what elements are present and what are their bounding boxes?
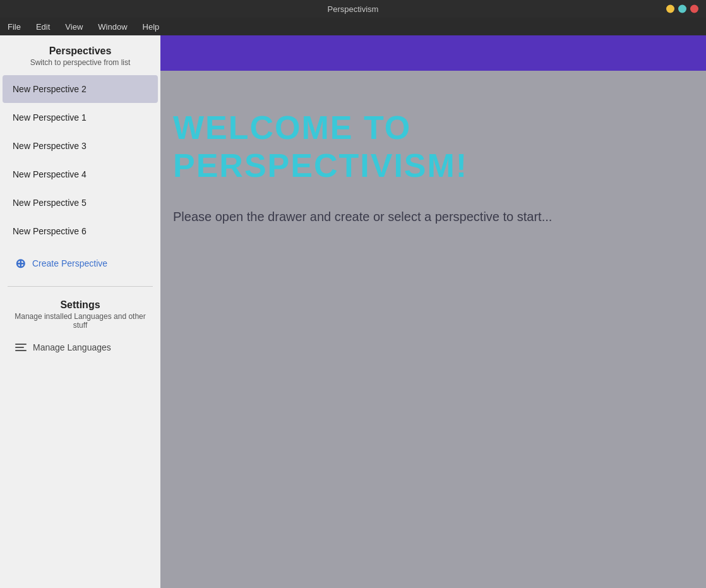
app-body: Perspectives Switch to perspective from … bbox=[0, 35, 706, 588]
main-header bbox=[160, 35, 706, 71]
perspectives-section-header: Perspectives Switch to perspective from … bbox=[0, 35, 160, 69]
welcome-subtitle: Please open the drawer and create or sel… bbox=[173, 210, 681, 224]
perspective-item[interactable]: New Perspective 4 bbox=[3, 160, 158, 188]
sidebar-divider bbox=[8, 286, 153, 287]
list-icon bbox=[15, 344, 27, 351]
manage-languages-button[interactable]: Manage Languages bbox=[5, 335, 155, 360]
welcome-title: WELCOME TO PERSPECTIVISM! bbox=[173, 109, 681, 184]
traffic-light-yellow[interactable] bbox=[666, 5, 674, 13]
settings-title: Settings bbox=[8, 299, 153, 311]
traffic-light-red[interactable] bbox=[690, 5, 698, 13]
menu-edit[interactable]: Edit bbox=[33, 21, 52, 33]
main-body: WELCOME TO PERSPECTIVISM! Please open th… bbox=[160, 71, 706, 588]
create-perspective-button[interactable]: ⊕ Create Perspective bbox=[5, 248, 155, 279]
sidebar: Perspectives Switch to perspective from … bbox=[0, 35, 160, 588]
menu-window[interactable]: Window bbox=[95, 21, 129, 33]
create-perspective-label: Create Perspective bbox=[32, 258, 107, 268]
app-title: Perspectivism bbox=[328, 4, 379, 14]
perspective-item[interactable]: New Perspective 1 bbox=[3, 104, 158, 131]
perspective-item[interactable]: New Perspective 5 bbox=[3, 189, 158, 217]
list-icon-line bbox=[15, 344, 27, 345]
perspective-item[interactable]: New Perspective 2 bbox=[3, 75, 158, 103]
menu-view[interactable]: View bbox=[63, 21, 85, 33]
traffic-lights bbox=[666, 5, 698, 13]
plus-icon: ⊕ bbox=[15, 256, 26, 271]
settings-subtitle: Manage installed Languages and other stu… bbox=[8, 312, 153, 330]
perspective-item[interactable]: New Perspective 6 bbox=[3, 217, 158, 245]
settings-section-header: Settings Manage installed Languages and … bbox=[0, 292, 160, 332]
list-icon-line bbox=[15, 350, 27, 351]
menu-help[interactable]: Help bbox=[140, 21, 162, 33]
main-content: WELCOME TO PERSPECTIVISM! Please open th… bbox=[160, 35, 706, 588]
perspective-list: New Perspective 2 New Perspective 1 New … bbox=[0, 75, 160, 246]
perspective-item[interactable]: New Perspective 3 bbox=[3, 132, 158, 160]
menu-bar: File Edit View Window Help bbox=[0, 18, 706, 35]
perspectives-subtitle: Switch to perspective from list bbox=[8, 58, 153, 67]
traffic-light-teal[interactable] bbox=[678, 5, 686, 13]
perspectives-title: Perspectives bbox=[8, 45, 153, 57]
menu-file[interactable]: File bbox=[5, 21, 23, 33]
manage-languages-label: Manage Languages bbox=[33, 342, 111, 352]
title-bar: Perspectivism bbox=[0, 0, 706, 18]
list-icon-line bbox=[15, 347, 24, 348]
